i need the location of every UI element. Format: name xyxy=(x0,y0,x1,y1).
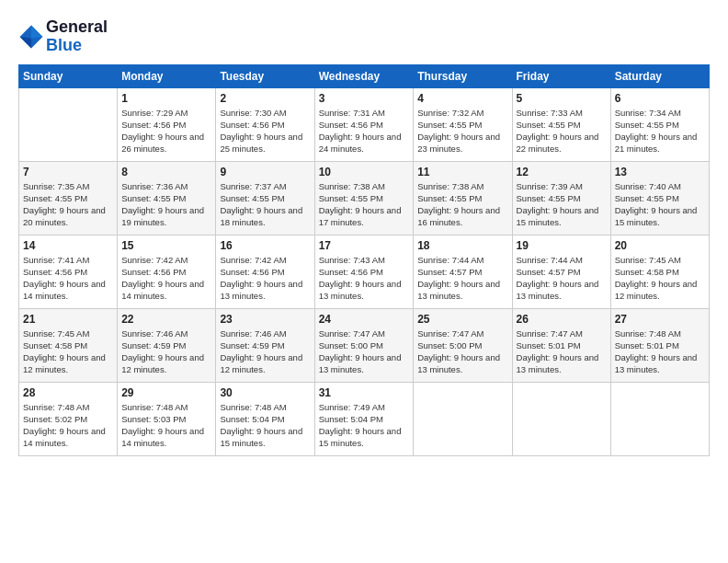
sunset-text: Sunset: 4:55 PM xyxy=(615,193,679,203)
day-info: Sunrise: 7:42 AM Sunset: 4:56 PM Dayligh… xyxy=(220,254,310,303)
day-info: Sunrise: 7:47 AM Sunset: 5:01 PM Dayligh… xyxy=(517,327,607,376)
calendar-week-row: 7 Sunrise: 7:35 AM Sunset: 4:55 PM Dayli… xyxy=(19,161,710,235)
sunrise-text: Sunrise: 7:41 AM xyxy=(23,255,89,265)
sunrise-text: Sunrise: 7:30 AM xyxy=(220,108,286,118)
logo-blue: Blue xyxy=(46,36,82,54)
calendar-day-cell: 5 Sunrise: 7:33 AM Sunset: 4:55 PM Dayli… xyxy=(512,87,610,161)
day-number: 16 xyxy=(220,239,310,252)
sunrise-text: Sunrise: 7:35 AM xyxy=(23,181,89,191)
calendar-day-cell: 17 Sunrise: 7:43 AM Sunset: 4:56 PM Dayl… xyxy=(314,235,414,308)
day-number: 26 xyxy=(517,313,607,326)
daylight-text: Daylight: 9 hours and 13 minutes. xyxy=(319,279,402,301)
day-info: Sunrise: 7:48 AM Sunset: 5:02 PM Dayligh… xyxy=(23,401,113,450)
daylight-text: Daylight: 9 hours and 15 minutes. xyxy=(220,426,302,448)
day-info: Sunrise: 7:29 AM Sunset: 4:56 PM Dayligh… xyxy=(121,107,211,155)
day-info: Sunrise: 7:38 AM Sunset: 4:55 PM Dayligh… xyxy=(417,180,507,229)
sunrise-text: Sunrise: 7:48 AM xyxy=(615,328,681,339)
calendar-day-cell xyxy=(414,382,512,455)
day-number: 29 xyxy=(121,386,211,399)
sunrise-text: Sunrise: 7:39 AM xyxy=(517,181,583,191)
sunrise-text: Sunrise: 7:34 AM xyxy=(615,108,681,118)
sunset-text: Sunset: 4:55 PM xyxy=(417,120,482,130)
day-info: Sunrise: 7:44 AM Sunset: 4:57 PM Dayligh… xyxy=(517,254,607,303)
sunset-text: Sunset: 4:57 PM xyxy=(517,267,581,277)
calendar-day-cell: 18 Sunrise: 7:44 AM Sunset: 4:57 PM Dayl… xyxy=(414,235,512,308)
daylight-text: Daylight: 9 hours and 13 minutes. xyxy=(319,352,402,374)
sunrise-text: Sunrise: 7:46 AM xyxy=(220,328,286,339)
logo-general: General xyxy=(46,17,108,36)
day-info: Sunrise: 7:34 AM Sunset: 4:55 PM Dayligh… xyxy=(615,107,705,155)
day-number: 7 xyxy=(23,166,113,178)
sunset-text: Sunset: 4:56 PM xyxy=(220,120,284,130)
calendar-day-cell: 11 Sunrise: 7:38 AM Sunset: 4:55 PM Dayl… xyxy=(414,161,512,235)
calendar-day-cell: 3 Sunrise: 7:31 AM Sunset: 4:56 PM Dayli… xyxy=(314,87,414,161)
day-number: 17 xyxy=(319,239,410,252)
sunset-text: Sunset: 4:55 PM xyxy=(23,193,87,203)
sunrise-text: Sunrise: 7:43 AM xyxy=(319,255,385,265)
day-info: Sunrise: 7:35 AM Sunset: 4:55 PM Dayligh… xyxy=(23,180,113,229)
logo-text: General Blue xyxy=(46,18,108,55)
calendar-day-cell: 21 Sunrise: 7:45 AM Sunset: 4:58 PM Dayl… xyxy=(19,308,118,382)
daylight-text: Daylight: 9 hours and 14 minutes. xyxy=(23,426,106,448)
calendar-day-cell: 7 Sunrise: 7:35 AM Sunset: 4:55 PM Dayli… xyxy=(19,161,118,235)
sunset-text: Sunset: 4:55 PM xyxy=(220,193,284,203)
day-info: Sunrise: 7:38 AM Sunset: 4:55 PM Dayligh… xyxy=(319,180,410,229)
sunset-text: Sunset: 4:56 PM xyxy=(319,120,383,130)
daylight-text: Daylight: 9 hours and 14 minutes. xyxy=(121,426,204,448)
day-info: Sunrise: 7:48 AM Sunset: 5:04 PM Dayligh… xyxy=(220,401,310,450)
calendar-day-cell: 9 Sunrise: 7:37 AM Sunset: 4:55 PM Dayli… xyxy=(216,161,314,235)
calendar-day-cell: 2 Sunrise: 7:30 AM Sunset: 4:56 PM Dayli… xyxy=(216,87,314,161)
sunrise-text: Sunrise: 7:37 AM xyxy=(220,181,286,191)
daylight-text: Daylight: 9 hours and 19 minutes. xyxy=(121,205,204,227)
sunset-text: Sunset: 5:01 PM xyxy=(615,340,679,350)
sunrise-text: Sunrise: 7:46 AM xyxy=(121,328,188,339)
calendar-day-cell: 6 Sunrise: 7:34 AM Sunset: 4:55 PM Dayli… xyxy=(610,87,709,161)
sunrise-text: Sunrise: 7:32 AM xyxy=(417,108,483,118)
calendar-day-cell: 25 Sunrise: 7:47 AM Sunset: 5:00 PM Dayl… xyxy=(414,308,512,382)
sunrise-text: Sunrise: 7:48 AM xyxy=(121,402,188,412)
sunrise-text: Sunrise: 7:44 AM xyxy=(517,255,583,265)
sunrise-text: Sunrise: 7:44 AM xyxy=(417,255,483,265)
calendar-day-cell: 10 Sunrise: 7:38 AM Sunset: 4:55 PM Dayl… xyxy=(314,161,414,235)
sunrise-text: Sunrise: 7:29 AM xyxy=(121,108,188,118)
day-number: 30 xyxy=(220,386,310,399)
day-number: 14 xyxy=(23,239,113,252)
sunset-text: Sunset: 5:00 PM xyxy=(417,340,482,350)
logo-icon xyxy=(18,24,44,50)
day-number: 28 xyxy=(23,386,113,399)
calendar-day-cell: 26 Sunrise: 7:47 AM Sunset: 5:01 PM Dayl… xyxy=(512,308,610,382)
calendar-day-cell: 12 Sunrise: 7:39 AM Sunset: 4:55 PM Dayl… xyxy=(512,161,610,235)
day-number: 12 xyxy=(517,166,607,178)
daylight-text: Daylight: 9 hours and 14 minutes. xyxy=(121,279,204,301)
day-number: 11 xyxy=(417,166,507,178)
daylight-text: Daylight: 9 hours and 13 minutes. xyxy=(220,279,302,301)
calendar-day-cell: 13 Sunrise: 7:40 AM Sunset: 4:55 PM Dayl… xyxy=(610,161,709,235)
sunset-text: Sunset: 5:00 PM xyxy=(319,340,383,350)
day-number: 5 xyxy=(517,92,607,105)
sunrise-text: Sunrise: 7:45 AM xyxy=(615,255,681,265)
day-info: Sunrise: 7:31 AM Sunset: 4:56 PM Dayligh… xyxy=(319,107,410,155)
sunrise-text: Sunrise: 7:48 AM xyxy=(23,402,89,412)
daylight-text: Daylight: 9 hours and 15 minutes. xyxy=(517,205,599,227)
day-info: Sunrise: 7:44 AM Sunset: 4:57 PM Dayligh… xyxy=(417,254,507,303)
calendar-day-cell: 15 Sunrise: 7:42 AM Sunset: 4:56 PM Dayl… xyxy=(118,235,216,308)
day-info: Sunrise: 7:45 AM Sunset: 4:58 PM Dayligh… xyxy=(23,327,113,376)
sunset-text: Sunset: 4:59 PM xyxy=(220,340,284,350)
day-info: Sunrise: 7:48 AM Sunset: 5:03 PM Dayligh… xyxy=(121,401,211,450)
weekday-header: Monday xyxy=(118,64,216,87)
sunset-text: Sunset: 5:02 PM xyxy=(23,414,87,424)
day-info: Sunrise: 7:41 AM Sunset: 4:56 PM Dayligh… xyxy=(23,254,113,303)
sunset-text: Sunset: 4:58 PM xyxy=(615,267,679,277)
sunrise-text: Sunrise: 7:36 AM xyxy=(121,181,188,191)
daylight-text: Daylight: 9 hours and 17 minutes. xyxy=(319,205,402,227)
calendar-day-cell: 1 Sunrise: 7:29 AM Sunset: 4:56 PM Dayli… xyxy=(118,87,216,161)
day-info: Sunrise: 7:36 AM Sunset: 4:55 PM Dayligh… xyxy=(121,180,211,229)
day-info: Sunrise: 7:46 AM Sunset: 4:59 PM Dayligh… xyxy=(220,327,310,376)
day-number: 1 xyxy=(121,92,211,105)
day-number: 2 xyxy=(220,92,310,105)
sunset-text: Sunset: 5:03 PM xyxy=(121,414,186,424)
calendar-day-cell: 20 Sunrise: 7:45 AM Sunset: 4:58 PM Dayl… xyxy=(610,235,709,308)
day-info: Sunrise: 7:46 AM Sunset: 4:59 PM Dayligh… xyxy=(121,327,211,376)
daylight-text: Daylight: 9 hours and 13 minutes. xyxy=(517,279,599,301)
day-info: Sunrise: 7:43 AM Sunset: 4:56 PM Dayligh… xyxy=(319,254,410,303)
